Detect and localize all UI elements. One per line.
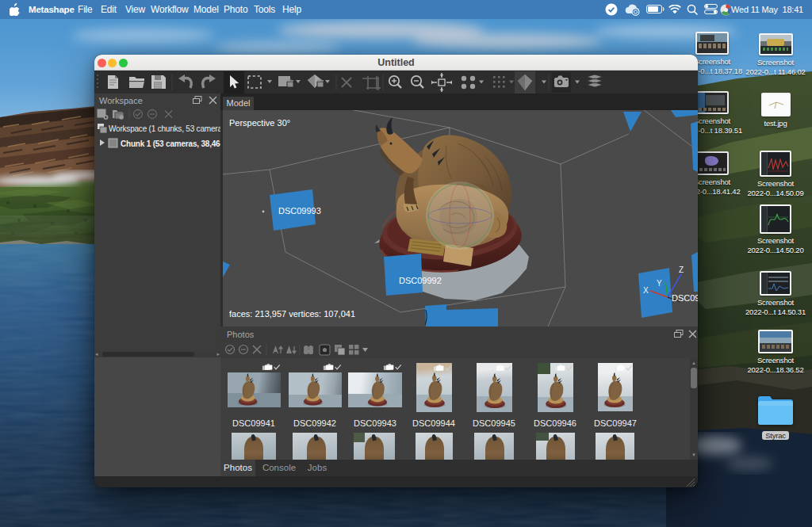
svg-text:Y: Y xyxy=(657,279,662,288)
svg-text:faces: 213,957 vertices: 107,0: faces: 213,957 vertices: 107,041 xyxy=(229,309,355,319)
svg-text:DSC09993: DSC09993 xyxy=(278,206,321,216)
svg-text:Perspective 30°: Perspective 30° xyxy=(229,118,290,128)
svg-text:DSC099: DSC099 xyxy=(672,293,698,303)
svg-text:X: X xyxy=(643,286,649,295)
svg-text:DSC09992: DSC09992 xyxy=(399,276,442,285)
svg-text:Z: Z xyxy=(679,265,684,274)
